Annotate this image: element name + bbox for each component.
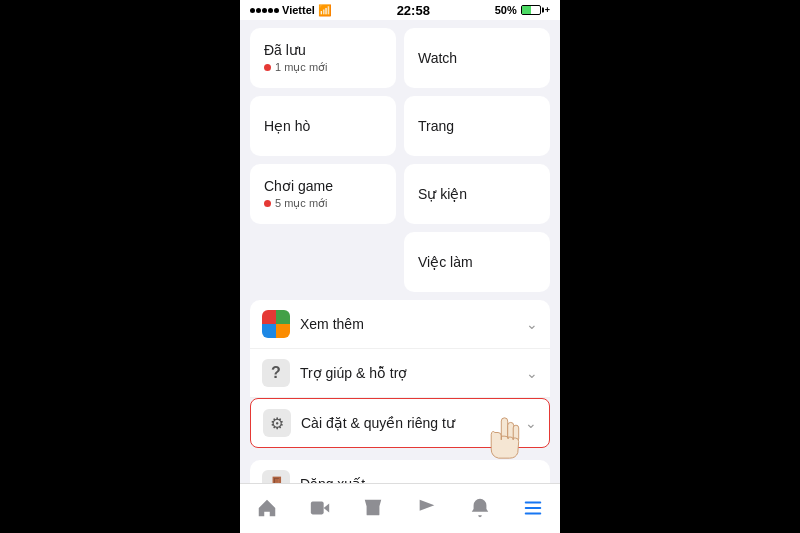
nav-video[interactable]	[309, 497, 331, 519]
nav-bar	[240, 483, 560, 533]
chevron-down-icon-2: ⌄	[526, 365, 538, 381]
card-viec-lam[interactable]: Việc làm	[404, 232, 550, 292]
card-viec-lam-title: Việc làm	[418, 254, 536, 270]
card-da-luu-badge: 1 mục mới	[264, 61, 382, 74]
card-trang[interactable]: Trang	[404, 96, 550, 156]
gear-icon: ⚙	[263, 409, 291, 437]
badge-dot	[264, 64, 271, 71]
nav-bell[interactable]	[469, 497, 491, 519]
menu-grid: Đã lưu 1 mục mới Watch Hẹn hò Trang Chơi…	[240, 20, 560, 296]
status-left: Viettel 📶	[250, 4, 332, 17]
status-right: 50% +	[495, 4, 550, 16]
list-item-tro-giup[interactable]: ? Trợ giúp & hỗ trợ ⌄	[250, 349, 550, 398]
battery-icon	[521, 5, 541, 15]
card-watch[interactable]: Watch	[404, 28, 550, 88]
list-section: Xem thêm ⌄ ? Trợ giúp & hỗ trợ ⌄ ⚙ Cài đ…	[250, 300, 550, 448]
card-da-luu-title: Đã lưu	[264, 42, 382, 58]
list-item-xem-them[interactable]: Xem thêm ⌄	[250, 300, 550, 349]
card-watch-title: Watch	[418, 50, 536, 66]
dang-xuat-section: 🚪 Đăng xuất	[250, 452, 550, 483]
charging-icon: +	[545, 5, 550, 15]
list-item-dang-xuat[interactable]: 🚪 Đăng xuất	[250, 460, 550, 483]
card-hen-ho[interactable]: Hẹn hò	[250, 96, 396, 156]
chevron-down-icon-3: ⌄	[525, 415, 537, 431]
chevron-down-icon: ⌄	[526, 316, 538, 332]
card-trang-title: Trang	[418, 118, 536, 134]
card-choi-game[interactable]: Chơi game 5 mục mới	[250, 164, 396, 224]
scroll-content[interactable]: Đã lưu 1 mục mới Watch Hẹn hò Trang Chơi…	[240, 20, 560, 483]
card-da-luu[interactable]: Đã lưu 1 mục mới	[250, 28, 396, 88]
signal-dots	[250, 8, 279, 13]
card-hen-ho-title: Hẹn hò	[264, 118, 382, 134]
badge-text: 1 mục mới	[275, 61, 328, 74]
wifi-icon: 📶	[318, 4, 332, 17]
svg-rect-5	[525, 501, 542, 503]
phone-frame: Viettel 📶 22:58 50% + Đã lưu 1 mục mới	[240, 0, 560, 533]
nav-store[interactable]	[362, 497, 384, 519]
card-su-kien-title: Sự kiện	[418, 186, 536, 202]
nav-home[interactable]	[256, 497, 278, 519]
svg-marker-4	[324, 503, 330, 512]
card-choi-game-title: Chơi game	[264, 178, 382, 194]
svg-rect-7	[525, 512, 542, 514]
status-bar: Viettel 📶 22:58 50% +	[240, 0, 560, 20]
list-item-cai-dat[interactable]: ⚙ Cài đặt & quyền riêng tư ⌄	[250, 398, 550, 448]
card-su-kien[interactable]: Sự kiện	[404, 164, 550, 224]
nav-menu[interactable]	[522, 497, 544, 519]
carrier-label: Viettel	[282, 4, 315, 16]
badge-dot-game	[264, 200, 271, 207]
svg-rect-6	[525, 507, 542, 509]
door-icon: 🚪	[262, 470, 290, 483]
time-display: 22:58	[397, 3, 430, 18]
battery-percent: 50%	[495, 4, 517, 16]
xem-them-label: Xem thêm	[300, 316, 526, 332]
svg-rect-3	[311, 501, 324, 514]
question-icon: ?	[262, 359, 290, 387]
card-choi-game-badge: 5 mục mới	[264, 197, 382, 210]
dang-xuat-label: Đăng xuất	[300, 476, 538, 483]
badge-text-game: 5 mục mới	[275, 197, 328, 210]
colorful-icon	[262, 310, 290, 338]
nav-flag[interactable]	[416, 497, 438, 519]
tro-giup-label: Trợ giúp & hỗ trợ	[300, 365, 526, 381]
cai-dat-label: Cài đặt & quyền riêng tư	[301, 415, 525, 431]
